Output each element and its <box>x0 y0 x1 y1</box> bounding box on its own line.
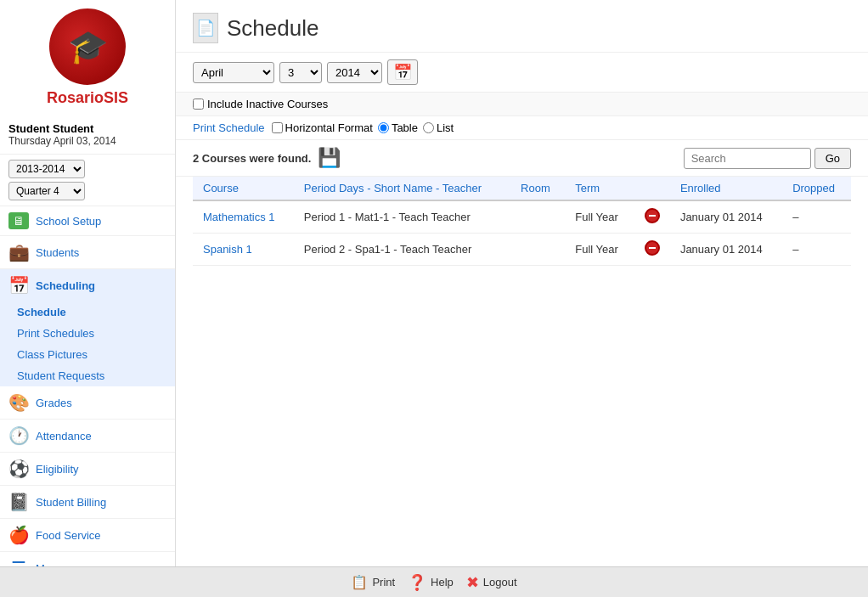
table-radio-label[interactable]: Table <box>378 121 418 134</box>
cell-period-1: Period 2 - Spa1-1 - Teach Teacher <box>294 234 510 266</box>
sidebar-item-student-billing[interactable]: 📓 Student Billing <box>0 486 175 519</box>
cell-course-0: Mathematics 1 <box>193 200 294 234</box>
calendar-icon: 📅 <box>393 63 412 82</box>
format-bar: Print Schedule Horizontal Format Table L… <box>176 116 868 140</box>
cell-term-1: Full Year <box>565 234 634 266</box>
list-radio-label[interactable]: List <box>423 121 454 134</box>
month-select[interactable]: JanuaryFebruaryMarch AprilMayJune JulyAu… <box>193 62 274 83</box>
cell-course-1: Spanish 1 <box>193 234 294 266</box>
help-icon: ❓ <box>408 573 426 592</box>
search-input[interactable] <box>684 148 811 169</box>
go-button[interactable]: Go <box>814 148 851 169</box>
list-radio[interactable] <box>423 122 434 133</box>
format-radio-group: Horizontal Format Table List <box>272 121 454 134</box>
cell-enrolled-1: January 01 2014 <box>670 234 782 266</box>
table-wrapper: Course Period Days - Short Name - Teache… <box>180 177 864 266</box>
print-schedule-link[interactable]: Print Schedule <box>193 121 265 134</box>
food-icon: 🍎 <box>8 525 29 545</box>
attendance-icon: 🕐 <box>8 425 29 446</box>
user-date: Thursday April 03, 2014 <box>8 135 166 147</box>
sidebar-label-grades: Grades <box>36 397 72 409</box>
user-info: Student Student Thursday April 03, 2014 <box>0 115 175 155</box>
sidebar-item-scheduling[interactable]: 📅 Scheduling <box>0 269 175 301</box>
billing-icon: 📓 <box>8 492 29 512</box>
sidebar-nav: 🖥 School Setup 💼 Students 📅 Scheduling S… <box>0 206 175 566</box>
col-header-room: Room <box>510 177 565 200</box>
cell-period-0: Period 1 - Mat1-1 - Teach Teacher <box>294 200 510 234</box>
date-controls: JanuaryFebruaryMarch AprilMayJune JulyAu… <box>176 53 868 93</box>
help-label: Help <box>431 576 454 589</box>
sidebar-item-menu[interactable]: ☰ Menu <box>0 552 175 566</box>
sidebar-item-attendance[interactable]: 🕐 Attendance <box>0 420 175 453</box>
save-icon[interactable]: 💾 <box>318 147 341 169</box>
table-row: Mathematics 1 Period 1 - Mat1-1 - Teach … <box>193 200 851 234</box>
day-select[interactable]: 3 <box>279 62 322 83</box>
table-radio[interactable] <box>378 122 389 133</box>
course-link-0[interactable]: Mathematics 1 <box>203 211 275 223</box>
table-row: Spanish 1 Period 2 - Spa1-1 - Teach Teac… <box>193 234 851 266</box>
logout-link[interactable]: ✖ Logout <box>466 573 517 592</box>
grades-icon: 🎨 <box>8 392 29 413</box>
cell-room-1 <box>510 234 565 266</box>
help-link[interactable]: ❓ Help <box>408 573 454 592</box>
year-select-date[interactable]: 2014 <box>327 62 382 83</box>
drop-icon-1[interactable] <box>645 240 660 256</box>
sidebar-item-grades[interactable]: 🎨 Grades <box>0 386 175 420</box>
sidebar-item-food-service[interactable]: 🍎 Food Service <box>0 519 175 552</box>
print-label: Print <box>372 576 395 589</box>
sidebar-label-eligibility: Eligibility <box>36 463 79 476</box>
sidebar-controls: 2013-2014 2012-2013 2014-2015 Quarter 1 … <box>0 155 175 206</box>
year-select[interactable]: 2013-2014 2012-2013 2014-2015 <box>8 160 85 178</box>
table-body: Mathematics 1 Period 1 - Mat1-1 - Teach … <box>193 200 851 266</box>
drop-icon-0[interactable] <box>645 208 660 223</box>
sidebar-label-school-setup: School Setup <box>36 215 101 228</box>
sidebar-item-students[interactable]: 💼 Students <box>0 236 175 269</box>
table-header: Course Period Days - Short Name - Teache… <box>193 177 851 200</box>
col-header-term: Term <box>565 177 634 200</box>
page-title: Schedule <box>227 15 318 42</box>
main-content: 📄 Schedule JanuaryFebruaryMarch AprilMay… <box>176 0 868 566</box>
sidebar-label-scheduling: Scheduling <box>36 279 95 292</box>
sidebar-item-schedule[interactable]: Schedule <box>0 301 175 323</box>
sidebar-label-students: Students <box>36 246 79 259</box>
logout-label: Logout <box>483 576 517 589</box>
cell-dropped-0: – <box>782 200 851 234</box>
scheduling-submenu: Schedule Print Schedules Class Pictures … <box>0 301 175 386</box>
horizontal-format-checkbox[interactable] <box>272 122 283 133</box>
page-icon: 📄 <box>193 13 218 43</box>
school-setup-icon: 🖥 <box>8 212 29 229</box>
sidebar-label-attendance: Attendance <box>36 430 92 442</box>
sidebar-item-student-requests[interactable]: Student Requests <box>0 365 175 386</box>
page-header: 📄 Schedule <box>176 0 868 53</box>
print-icon: 📋 <box>351 574 368 590</box>
course-link-1[interactable]: Spanish 1 <box>203 243 252 256</box>
include-inactive-label[interactable]: Include Inactive Courses <box>193 98 328 110</box>
logout-icon: ✖ <box>466 573 479 592</box>
sidebar-item-class-pictures[interactable]: Class Pictures <box>0 344 175 365</box>
include-inactive-checkbox[interactable] <box>193 99 204 110</box>
sidebar-label-food-service: Food Service <box>36 529 101 542</box>
sidebar-item-school-setup[interactable]: 🖥 School Setup <box>0 206 175 236</box>
sidebar-item-eligibility[interactable]: ⚽ Eligibility <box>0 453 175 486</box>
footer: 📋 Print ❓ Help ✖ Logout <box>0 566 868 597</box>
calendar-button[interactable]: 📅 <box>387 59 418 85</box>
cell-drop-1 <box>634 234 670 266</box>
col-header-drop-icon <box>634 177 670 200</box>
sidebar-item-print-schedules[interactable]: Print Schedules <box>0 323 175 344</box>
quarter-select[interactable]: Quarter 1 Quarter 2 Quarter 3 Quarter 4 <box>8 182 85 200</box>
scheduling-icon: 📅 <box>8 275 29 296</box>
print-link[interactable]: 📋 Print <box>351 574 395 590</box>
results-count-area: 2 Courses were found. 💾 <box>193 147 341 169</box>
cell-enrolled-0: January 01 2014 <box>670 200 782 234</box>
results-bar: 2 Courses were found. 💾 Go <box>176 140 868 177</box>
col-header-period: Period Days - Short Name - Teacher <box>294 177 510 200</box>
logo-circle: 🎓 <box>49 8 126 85</box>
cell-term-0: Full Year <box>565 200 634 234</box>
cell-room-0 <box>510 200 565 234</box>
col-header-dropped: Dropped <box>782 177 851 200</box>
menu-icon: ☰ <box>8 558 29 566</box>
options-bar: Include Inactive Courses <box>176 93 868 116</box>
horizontal-format-label[interactable]: Horizontal Format <box>272 121 373 134</box>
col-header-course: Course <box>193 177 294 200</box>
sidebar-label-student-billing: Student Billing <box>36 496 106 509</box>
